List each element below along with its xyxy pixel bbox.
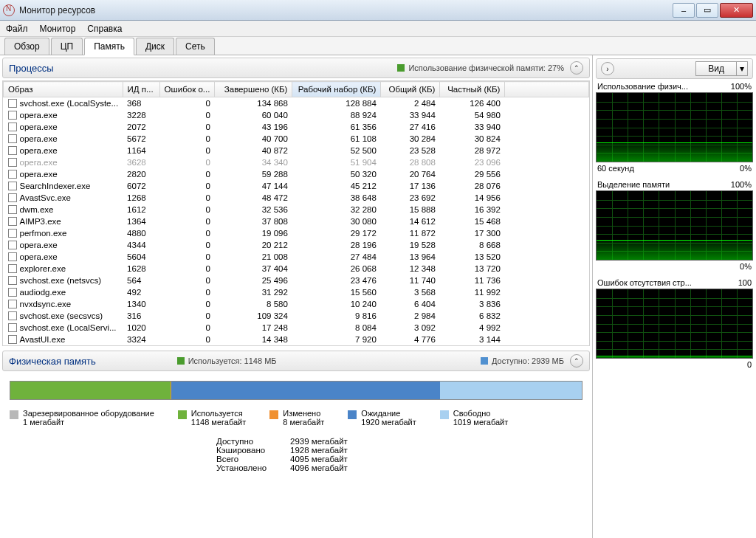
row-checkbox[interactable] [8,99,17,108]
table-row[interactable]: AvastSvc.exe1268048 47238 64823 69214 95… [4,192,589,204]
processes-usage: Использование физической памяти: 27% [408,63,564,72]
row-checkbox[interactable] [8,288,17,297]
cell-shared: 11 740 [381,275,440,286]
table-row[interactable]: svchost.exe (LocalServi...1020017 2488 0… [4,322,589,334]
swatch-used [178,410,187,419]
cell-pid: 316 [123,310,159,322]
cell-private: 3 836 [440,298,505,310]
menu-file[interactable]: Файл [6,24,28,34]
legend-used-value: 1148 мегабайт [191,418,246,427]
row-checkbox[interactable] [8,146,17,155]
col-shared[interactable]: Общий (КБ) [381,82,440,97]
col-pid[interactable]: ИД п... [123,82,159,97]
table-row[interactable]: AIMP3.exe1364037 80830 08014 61215 468 [4,215,589,227]
cell-faults: 0 [159,156,215,168]
cell-pid: 1164 [123,145,159,156]
cell-commit: 14 348 [215,334,292,345]
processes-header: Процессы Использование физической памяти… [2,58,590,78]
menu-help[interactable]: Справка [87,24,122,34]
maximize-button[interactable]: ▭ [696,3,718,18]
row-checkbox[interactable] [8,241,17,249]
cell-private: 54 980 [440,109,505,121]
table-row[interactable]: opera.exe5672040 70061 10830 28430 824 [4,133,589,145]
cell-pid: 1268 [123,192,159,204]
table-row[interactable]: dwm.exe1612032 53632 28015 88816 392 [4,204,589,215]
tab-disk[interactable]: Диск [136,38,174,55]
collapse-physical-button[interactable]: ⌃ [570,354,583,368]
table-row[interactable]: opera.exe3228060 04088 92433 94454 980 [4,109,589,121]
table-row[interactable]: opera.exe1164040 87252 50023 52828 972 [4,145,589,156]
row-checkbox[interactable] [8,276,17,285]
row-checkbox[interactable] [8,300,17,308]
row-checkbox[interactable] [8,264,17,273]
row-checkbox[interactable] [8,182,17,190]
cell-image: audiodg.exe [20,288,66,297]
view-button[interactable]: Вид [695,61,737,76]
table-row[interactable]: svchost.exe (secsvcs)3160109 3249 8162 9… [4,310,589,322]
cell-shared: 2 484 [381,97,440,110]
tab-memory[interactable]: Память [84,38,134,55]
row-checkbox[interactable] [8,123,17,131]
cell-private: 28 972 [440,145,505,156]
chart: Выделение памяти100%0% [596,180,753,271]
row-checkbox[interactable] [8,311,17,320]
cell-working: 7 920 [292,334,381,345]
process-table-wrap[interactable]: Образ ИД п... Ошибок о... Завершено (КБ)… [2,80,590,346]
cell-commit: 25 496 [215,275,292,286]
table-row[interactable]: perfmon.exe4880019 09629 17211 87217 300 [4,227,589,239]
menu-monitor[interactable]: Монитор [40,24,76,34]
col-private[interactable]: Частный (КБ) [440,82,505,97]
stat-available-key: Доступно [216,437,290,446]
row-checkbox[interactable] [8,193,17,202]
row-checkbox[interactable] [8,134,17,143]
table-row[interactable]: SearchIndexer.exe6072047 14445 21217 136… [4,180,589,192]
cell-working: 50 320 [292,168,381,180]
cell-pid: 492 [123,286,159,298]
row-checkbox[interactable] [8,217,17,226]
tab-network[interactable]: Сеть [176,38,215,55]
table-row[interactable]: opera.exe2072043 19661 35627 41633 940 [4,121,589,133]
collapse-processes-button[interactable]: ⌃ [570,61,583,75]
tab-cpu[interactable]: ЦП [51,38,83,55]
table-row[interactable]: opera.exe4344020 21228 19619 5288 668 [4,239,589,251]
view-dropdown-button[interactable]: ▾ [737,61,748,76]
cell-working: 51 904 [292,156,381,168]
col-faults[interactable]: Ошибок о... [159,82,215,97]
cell-private: 14 956 [440,192,505,204]
col-working[interactable]: Рабочий набор (КБ) [292,82,381,97]
right-panel: › Вид ▾ Использование физич...100%60 сек… [593,55,756,538]
row-checkbox[interactable] [8,170,17,179]
cell-image: opera.exe [20,111,58,120]
table-row[interactable]: opera.exe5604021 00827 48413 96413 520 [4,251,589,263]
cell-faults: 0 [159,97,215,110]
table-row[interactable]: audiodg.exe492031 29215 5603 56811 992 [4,286,589,298]
row-checkbox[interactable] [8,158,17,167]
table-row[interactable]: AvastUI.exe3324014 3487 9204 7763 144 [4,334,589,345]
close-button[interactable]: ✕ [720,3,753,18]
cell-faults: 0 [159,168,215,180]
cell-pid: 1340 [123,298,159,310]
minimize-button[interactable]: – [673,3,695,18]
cell-image: opera.exe [20,123,58,131]
tab-overview[interactable]: Обзор [4,38,49,55]
row-checkbox[interactable] [8,335,17,344]
row-checkbox[interactable] [8,111,17,120]
col-image[interactable]: Образ [4,82,123,97]
row-checkbox[interactable] [8,229,17,238]
table-row[interactable]: opera.exe3628034 34051 90428 80823 096 [4,156,589,168]
cell-image: AvastSvc.exe [20,193,71,202]
table-row[interactable]: svchost.exe (LocalSyste...3680134 868128… [4,97,589,110]
table-row[interactable]: opera.exe2820059 28850 32020 76429 556 [4,168,589,180]
panel-nav-button[interactable]: › [601,62,614,75]
row-checkbox[interactable] [8,323,17,332]
row-checkbox[interactable] [8,205,17,214]
col-commit[interactable]: Завершено (КБ) [215,82,292,97]
table-row[interactable]: nvxdsync.exe134008 58010 2406 4043 836 [4,298,589,310]
cell-private: 28 076 [440,180,505,192]
row-checkbox[interactable] [8,252,17,261]
table-row[interactable]: svchost.exe (netsvcs)564025 49623 47611 … [4,275,589,286]
physical-used: Используется: 1148 МБ [188,356,277,365]
table-row[interactable]: explorer.exe1628037 40426 06812 34813 72… [4,263,589,275]
swatch-standby [348,410,357,419]
cell-working: 23 476 [292,275,381,286]
